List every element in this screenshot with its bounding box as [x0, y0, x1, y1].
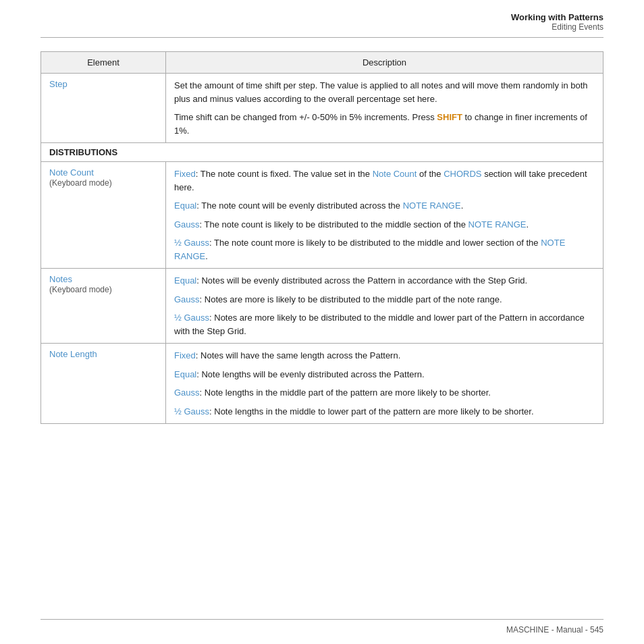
note-count-equal: Equal: The note count will be evenly dis…: [174, 199, 595, 213]
notes-mode: (Keyboard mode): [49, 285, 112, 294]
gauss-label-2: Gauss: [174, 294, 200, 304]
element-cell-step: Step: [41, 74, 166, 143]
table-row-step: Step Set the amount of time shift per st…: [41, 74, 603, 143]
header-subtitle: Editing Events: [41, 22, 603, 32]
header: Working with Patterns Editing Events: [0, 0, 644, 37]
note-count-half-gauss: ½ Gauss: The note count more is likely t…: [174, 236, 595, 263]
desc-cell-note-length: Fixed: Notes will have the same length a…: [166, 344, 603, 424]
notes-link[interactable]: Notes: [49, 274, 72, 284]
note-length-equal: Equal: Note lengths will be evenly distr…: [174, 368, 595, 381]
main-content: Element Description Step Set the amount …: [0, 38, 644, 437]
gauss-label-1: Gauss: [174, 219, 200, 230]
element-cell-note-count: Note Count (Keyboard mode): [41, 162, 166, 269]
note-count-gauss: Gauss: The note count is likely to be di…: [174, 218, 595, 232]
step-desc-1: Set the amount of time shift per step. T…: [174, 79, 595, 105]
note-range-ref-2: NOTE RANGE: [468, 219, 527, 230]
half-gauss-label-2: ½ Gauss: [174, 313, 209, 323]
note-range-ref-1: NOTE RANGE: [403, 200, 461, 211]
equal-label-2: Equal: [174, 275, 196, 286]
gauss-label-3: Gauss: [174, 387, 200, 398]
note-length-fixed: Fixed: Notes will have the same length a…: [174, 349, 595, 363]
equal-label-3: Equal: [174, 369, 196, 379]
footer-text: MASCHINE - Manual - 545: [506, 625, 603, 635]
half-gauss-label-3: ½ Gauss: [174, 406, 209, 417]
element-cell-notes: Notes (Keyboard mode): [41, 269, 166, 344]
shift-keyword: SHIFT: [437, 112, 462, 122]
col-element-header: Element: [41, 52, 166, 74]
page-container: Working with Patterns Editing Events Ele…: [0, 0, 644, 644]
fixed-label-1: Fixed: [174, 169, 196, 179]
note-count-fixed: Fixed: The note count is fixed. The valu…: [174, 167, 595, 194]
note-length-link[interactable]: Note Length: [49, 349, 97, 359]
footer-rule: [41, 619, 603, 620]
table-row-note-length: Note Length Fixed: Notes will have the s…: [41, 344, 603, 424]
desc-cell-note-count: Fixed: The note count is fixed. The valu…: [166, 162, 603, 269]
footer: MASCHINE - Manual - 545: [0, 625, 644, 635]
table-header-row: Element Description: [41, 52, 603, 74]
equal-label-1: Equal: [174, 200, 196, 211]
note-length-half-gauss: ½ Gauss: Note lengths in the middle to l…: [174, 405, 595, 419]
note-range-ref-3: NOTE RANGE: [174, 238, 565, 261]
step-link[interactable]: Step: [49, 79, 68, 89]
notes-half-gauss: ½ Gauss: Notes are more likely to be dis…: [174, 311, 595, 338]
table-row-distributions: DISTRIBUTIONS: [41, 143, 603, 162]
note-count-mode: (Keyboard mode): [49, 178, 112, 188]
header-title: Working with Patterns: [41, 12, 603, 22]
desc-cell-step: Set the amount of time shift per step. T…: [166, 74, 603, 143]
table-row-note-count: Note Count (Keyboard mode) Fixed: The no…: [41, 162, 603, 269]
note-count-link[interactable]: Note Count: [49, 167, 94, 178]
notes-equal: Equal: Notes will be evenly distributed …: [174, 274, 595, 288]
chords-ref: CHORDS: [444, 169, 481, 179]
half-gauss-label-1: ½ Gauss: [174, 238, 209, 248]
desc-cell-notes: Equal: Notes will be evenly distributed …: [166, 269, 603, 344]
note-count-ref: Note Count: [373, 169, 417, 179]
fixed-label-2: Fixed: [174, 350, 196, 360]
table-row-notes: Notes (Keyboard mode) Equal: Notes will …: [41, 269, 603, 344]
reference-table: Element Description Step Set the amount …: [41, 51, 603, 424]
element-cell-note-length: Note Length: [41, 344, 166, 424]
col-desc-header: Description: [166, 52, 603, 74]
notes-gauss: Gauss: Notes are more is likely to be di…: [174, 293, 595, 306]
step-desc-2: Time shift can be changed from +/- 0-50%…: [174, 111, 595, 137]
distributions-header: DISTRIBUTIONS: [41, 143, 603, 162]
note-length-gauss: Gauss: Note lengths in the middle part o…: [174, 386, 595, 400]
